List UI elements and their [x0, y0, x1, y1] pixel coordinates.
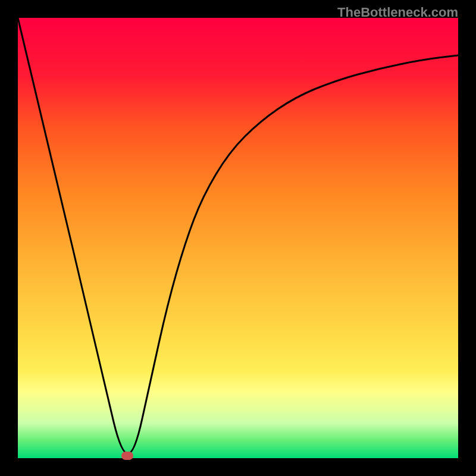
chart-container: TheBottleneck.com	[0, 0, 476, 476]
bottleneck-curve	[18, 18, 458, 458]
optimum-marker	[121, 452, 133, 460]
watermark-text: TheBottleneck.com	[337, 5, 458, 20]
